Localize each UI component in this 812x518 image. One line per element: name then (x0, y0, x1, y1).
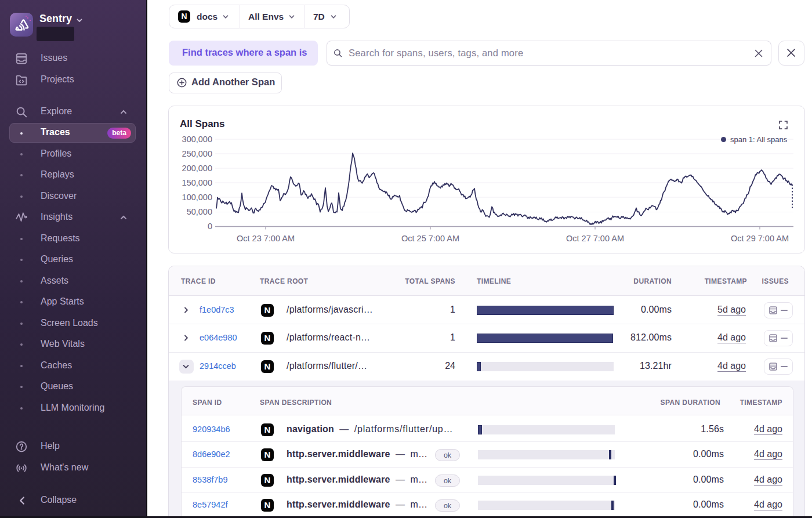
svg-text:300,000: 300,000 (182, 135, 212, 144)
svg-text:Oct 23 7:00 AM: Oct 23 7:00 AM (237, 234, 295, 243)
svg-text:200,000: 200,000 (182, 164, 212, 173)
svg-text:0: 0 (208, 222, 212, 231)
svg-text:150,000: 150,000 (182, 178, 212, 187)
svg-text:100,000: 100,000 (182, 193, 212, 202)
svg-text:Oct 29 7:00 AM: Oct 29 7:00 AM (731, 234, 789, 243)
svg-text:Oct 25 7:00 AM: Oct 25 7:00 AM (401, 234, 459, 243)
svg-text:50,000: 50,000 (187, 207, 212, 216)
svg-text:250,000: 250,000 (182, 149, 212, 158)
svg-text:Oct 27 7:00 AM: Oct 27 7:00 AM (566, 234, 624, 243)
